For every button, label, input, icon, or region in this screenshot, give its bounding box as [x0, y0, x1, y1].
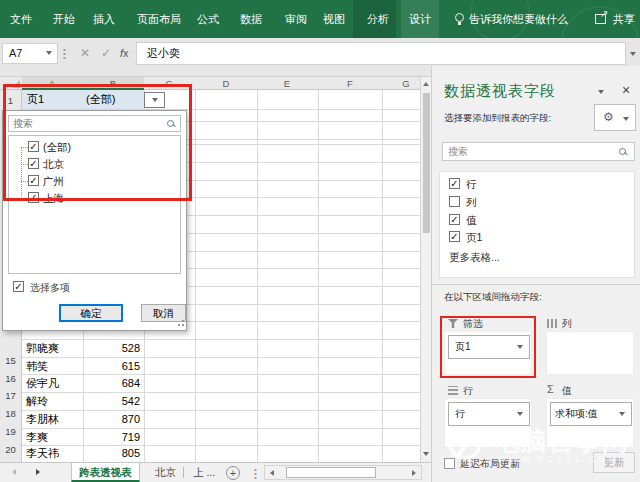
checkbox-select-multiple[interactable]: ✓ [13, 281, 24, 292]
cell-value[interactable]: 684 [82, 374, 140, 392]
scroll-right-icon[interactable] [412, 470, 416, 476]
checkbox-beijing[interactable]: ✓ [28, 158, 39, 169]
checkbox-field-rows[interactable]: ✓ [449, 178, 460, 189]
checkbox-defer-layout[interactable] [444, 458, 455, 469]
sheet-nav-prev-icon[interactable] [12, 469, 16, 475]
table-row[interactable]: 侯宇凡684 [22, 374, 197, 392]
cell-value[interactable]: 719 [82, 428, 140, 446]
cell-B1-filter-value[interactable]: (全部) [86, 90, 115, 109]
sheet-tab-pivot[interactable]: 跨表透视表 [71, 463, 140, 482]
scroll-left-icon[interactable] [270, 470, 274, 476]
cell-name[interactable]: 李朋林 [26, 410, 59, 428]
sheet-tab-beijing[interactable]: 北京 [148, 463, 183, 482]
vertical-scrollbar[interactable] [420, 77, 431, 462]
col-header-A[interactable]: A [49, 77, 55, 90]
tools-button[interactable]: ⚙ [594, 104, 636, 131]
cell-A1-page-field[interactable]: 页1 [27, 90, 44, 109]
enter-entry-icon[interactable]: ✓ [101, 43, 111, 64]
ribbon-tab-formulas[interactable]: 公式 [197, 0, 219, 38]
row-header-17[interactable]: 17 [0, 387, 21, 405]
cell-name[interactable]: 郭晓爽 [26, 339, 59, 357]
table-row[interactable]: 李爽719 [22, 428, 197, 446]
checkbox-select-all[interactable]: ✓ [28, 141, 39, 152]
sheet-nav-next-icon[interactable] [36, 469, 40, 475]
field-row-rows[interactable]: ✓行 [449, 178, 629, 196]
formula-input[interactable]: 迟小奕 [136, 42, 626, 65]
row-header-16[interactable]: 16 [0, 370, 21, 388]
table-row[interactable]: 李朋林870 [22, 410, 197, 428]
ribbon-tab-file[interactable]: 文件 [10, 0, 32, 38]
vertical-scrollbar-thumb[interactable] [423, 93, 430, 233]
cell-value[interactable]: 542 [82, 392, 140, 410]
col-header-B[interactable]: B [110, 77, 116, 90]
table-row[interactable]: 韩笑615 [22, 357, 197, 375]
share-button[interactable]: 共享 [613, 0, 635, 38]
insert-function-icon[interactable]: fx [120, 43, 129, 64]
table-row[interactable]: 郭晓爽528 [22, 339, 197, 357]
filter-item-label[interactable]: 北京 [43, 158, 64, 171]
rows-area[interactable]: 行 [444, 398, 532, 448]
cell-value[interactable]: 805 [82, 445, 140, 462]
ribbon-tab-data[interactable]: 数据 [240, 0, 262, 38]
close-icon[interactable]: × [622, 82, 630, 98]
filters-area[interactable]: 页1 [444, 331, 532, 375]
formula-bar-expand-icon[interactable] [630, 52, 636, 56]
cell-name[interactable]: 侯宇凡 [26, 374, 59, 392]
col-header-D[interactable]: D [223, 77, 230, 90]
row-header-18[interactable]: 18 [0, 405, 21, 423]
more-tables-link[interactable]: 更多表格... [449, 251, 500, 265]
filter-item-label[interactable]: 上海 [43, 192, 64, 205]
columns-area[interactable] [546, 331, 634, 375]
field-row-values[interactable]: ✓值 [449, 214, 629, 232]
tell-me-box[interactable]: 告诉我你想要做什么 [469, 0, 568, 38]
row-header-20[interactable]: 20 [0, 441, 21, 459]
scroll-up-icon[interactable] [423, 82, 429, 86]
resize-grip[interactable] [176, 320, 184, 328]
col-header-F[interactable]: F [347, 77, 353, 90]
name-box-dropdown-icon[interactable] [46, 51, 52, 55]
fields-search-input[interactable]: 搜索 [442, 142, 635, 161]
update-button[interactable]: 更新 [593, 452, 635, 473]
checkbox-field-page1[interactable]: ✓ [449, 231, 460, 242]
row-header-15[interactable]: 15 [0, 352, 21, 370]
filter-search-input[interactable]: 搜索 [8, 115, 181, 132]
cell-value[interactable]: 528 [82, 339, 140, 357]
checkbox-guangzhou[interactable]: ✓ [28, 175, 39, 186]
ribbon-tab-design[interactable]: 设计 [409, 0, 431, 38]
checkbox-shanghai[interactable]: ✓ [28, 192, 39, 203]
filter-item-label[interactable]: 广州 [43, 175, 64, 188]
select-all-corner[interactable] [12, 80, 20, 88]
horizontal-scrollbar[interactable] [264, 465, 422, 480]
ribbon-tab-analyze[interactable]: 分析 [367, 0, 389, 38]
new-sheet-button[interactable]: + [226, 466, 240, 480]
scroll-down-icon[interactable] [423, 452, 429, 456]
col-header-C[interactable]: C [166, 77, 173, 90]
cell-value[interactable]: 870 [82, 410, 140, 428]
field-row-page1[interactable]: ✓页1 [449, 231, 629, 249]
checkbox-field-values[interactable]: ✓ [449, 214, 460, 225]
ok-button[interactable]: 确定 [59, 304, 123, 322]
cell-name[interactable]: 韩笑 [26, 357, 48, 375]
values-area[interactable]: 求和项:值 [546, 398, 634, 448]
table-row[interactable]: 李天祎805 [22, 445, 197, 462]
checkbox-field-columns[interactable] [449, 196, 460, 207]
horizontal-scrollbar-thumb[interactable] [286, 467, 376, 478]
filter-item-label[interactable]: (全部) [43, 141, 71, 154]
ribbon-tab-review[interactable]: 审阅 [285, 0, 307, 38]
cell-value[interactable]: 615 [82, 357, 140, 375]
cell-name[interactable]: 李天祎 [26, 445, 59, 462]
ribbon-tab-home[interactable]: 开始 [53, 0, 75, 38]
ribbon-tab-page-layout[interactable]: 页面布局 [137, 0, 181, 38]
cancel-entry-icon[interactable]: ✕ [80, 43, 90, 64]
col-header-E[interactable]: E [284, 77, 290, 90]
table-row[interactable]: 解玲542 [22, 392, 197, 410]
row-header-1[interactable]: 1 [0, 92, 21, 109]
cell-name[interactable]: 解玲 [26, 392, 48, 410]
col-header-G[interactable]: G [402, 77, 409, 90]
sheet-tab-truncated[interactable]: 上 ... [186, 463, 222, 482]
field-row-columns[interactable]: 列 [449, 196, 629, 214]
ribbon-tab-insert[interactable]: 插入 [93, 0, 115, 38]
pane-options-icon[interactable] [598, 90, 604, 94]
ribbon-tab-view[interactable]: 视图 [323, 0, 345, 38]
page-field-dropdown-button[interactable] [144, 92, 165, 108]
